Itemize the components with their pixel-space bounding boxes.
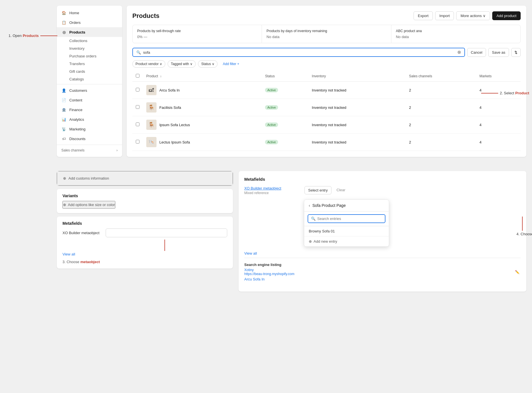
- markets-cell: 4: [476, 99, 521, 116]
- xo-builder-input[interactable]: [106, 228, 227, 237]
- sales-channels-cell: 2: [406, 116, 476, 134]
- sidebar-sub-item-inventory[interactable]: Inventory: [57, 45, 122, 52]
- variants-card: Variants ⊕ Add options like size or colo…: [57, 189, 233, 213]
- popup-search-input[interactable]: [317, 217, 382, 221]
- product-cell: 🛋 Arcu Sofa In: [146, 85, 258, 95]
- inventory-cell: Inventory not tracked: [308, 134, 406, 151]
- table-row: 🪑 Facilisis Sofa Active Inventory not tr…: [132, 99, 521, 116]
- xo-builder-link[interactable]: XO Builder metaobject: [244, 186, 301, 190]
- right-panel: Metafields XO Builder metaobject Mixed r…: [239, 171, 526, 292]
- product-name[interactable]: Ipsum Sofa Lectus: [159, 123, 190, 127]
- popup-box: ‹ Sofa Product Page 🔍 Browny Sofa 01 ⊕ A…: [304, 199, 389, 247]
- markets-cell: 4: [476, 134, 521, 151]
- stat-value-1: No data: [266, 35, 386, 39]
- product-thumb: 🪑: [146, 102, 157, 113]
- search-input-wrapper: 🔍 ⊗: [132, 48, 465, 57]
- product-thumb: 🐚: [146, 137, 157, 147]
- xo-builder-label: XO Builder metaobject: [62, 231, 102, 235]
- markets-cell: 4: [476, 116, 521, 134]
- variants-section: Variants ⊕ Add options like size or colo…: [57, 189, 233, 213]
- search-input[interactable]: [143, 50, 455, 55]
- sidebar-item-orders[interactable]: 📋 Orders: [57, 18, 122, 27]
- popup-search: 🔍: [304, 211, 389, 226]
- cancel-button[interactable]: Cancel: [467, 48, 486, 57]
- vertical-line-indicator: [164, 240, 165, 251]
- content-icon: 📄: [61, 97, 66, 103]
- stat-title-1: Products by days of inventory remaining: [266, 29, 386, 33]
- import-button[interactable]: Import: [435, 11, 454, 20]
- edit-icon[interactable]: ✏️: [514, 269, 521, 275]
- col-markets: Markets: [476, 71, 521, 82]
- step1-label: 1. Open Products: [9, 34, 39, 38]
- filter-status[interactable]: Status ∨: [198, 60, 218, 68]
- main-content: Products Export Import More actions ∨ Ad…: [127, 6, 526, 157]
- product-name[interactable]: Arcu Sofa In: [159, 88, 180, 92]
- sidebar-item-customers[interactable]: 👤 Customers: [57, 86, 122, 95]
- metafields-card-left: Metafields XO Builder metaobject View al…: [57, 217, 233, 269]
- product-thumb: 🛋: [146, 85, 157, 95]
- product-name[interactable]: Lectus Ipsum Sofa: [159, 140, 190, 144]
- variants-title: Variants: [62, 194, 227, 198]
- export-button[interactable]: Export: [414, 11, 433, 20]
- table-row: 🐚 Lectus Ipsum Sofa Active Inventory not…: [132, 134, 521, 151]
- sidebar-sub-item-catalogs[interactable]: Catalogs: [57, 75, 122, 83]
- view-all-link-right[interactable]: View all: [244, 251, 257, 255]
- chevron-down-icon: ∨: [483, 14, 486, 18]
- row-checkbox-2[interactable]: [136, 122, 139, 126]
- sidebar-item-products[interactable]: ◎ Products: [57, 27, 122, 37]
- metafield-entry-row: XO Builder metaobject Mixed reference Se…: [244, 186, 521, 195]
- stat-value-2: No data: [396, 35, 516, 39]
- status-badge: Active: [265, 122, 278, 127]
- popup-item-browny-sofa[interactable]: Browny Sofa 01: [304, 226, 389, 236]
- mixed-reference-label: Mixed reference: [244, 191, 301, 195]
- stats-row: Products by sell-through rate 0% — Produ…: [132, 25, 521, 43]
- row-checkbox-0[interactable]: [136, 88, 139, 92]
- more-actions-button[interactable]: More actions ∨: [456, 11, 490, 20]
- select-entry-button[interactable]: Select entry: [304, 186, 331, 194]
- search-engine-product[interactable]: Arcu Sofa In: [244, 277, 521, 281]
- metafields-title-left: Metafields: [62, 221, 227, 226]
- step1-arrow-line: [40, 36, 57, 36]
- search-clear-icon[interactable]: ⊗: [457, 50, 461, 55]
- sidebar-item-home[interactable]: 🏠 Home: [57, 8, 122, 18]
- status-badge: Active: [265, 105, 278, 110]
- row-checkbox-1[interactable]: [136, 105, 139, 109]
- filter-bar: Product vendor ∨ Tagged with ∨ Status ∨ …: [132, 60, 521, 68]
- popup-add-new-button[interactable]: ⊕ Add new entry: [304, 236, 389, 246]
- popup-back-button[interactable]: ‹: [309, 203, 310, 208]
- entry-dropdown: ‹ Sofa Product Page 🔍 Browny Sofa 01 ⊕ A…: [304, 199, 521, 247]
- select-all-checkbox[interactable]: [136, 74, 139, 78]
- sidebar-item-label: Home: [69, 11, 79, 15]
- product-name[interactable]: Facilisis Sofa: [159, 105, 181, 110]
- sidebar-sub-item-collections[interactable]: Collections: [57, 37, 122, 45]
- sidebar-item-marketing[interactable]: 📡 Marketing: [57, 124, 122, 134]
- add-customs-button[interactable]: ⊕ Add customs information: [57, 171, 233, 186]
- status-badge: Active: [265, 140, 278, 144]
- add-options-button[interactable]: ⊕ Add options like size or color: [62, 201, 115, 209]
- add-filter-button[interactable]: Add filter +: [220, 61, 242, 67]
- add-product-button[interactable]: Add product: [492, 11, 521, 20]
- save-as-button[interactable]: Save as: [488, 48, 509, 57]
- sort-button[interactable]: ⇅: [511, 48, 521, 57]
- view-all-link[interactable]: View all: [62, 252, 75, 256]
- sidebar-sub-item-purchase-orders[interactable]: Purchase orders: [57, 52, 122, 60]
- chevron-down-icon: ∨: [190, 62, 193, 66]
- sidebar-item-analytics[interactable]: 📊 Analytics: [57, 115, 122, 124]
- product-cell: 🐚 Lectus Ipsum Sofa: [146, 137, 258, 147]
- stat-card-1: Products by days of inventory remaining …: [262, 25, 391, 43]
- sidebar-item-content[interactable]: 📄 Content: [57, 95, 122, 105]
- clear-button[interactable]: Clear: [335, 186, 347, 194]
- sidebar-item-discounts[interactable]: 🏷 Discounts: [57, 134, 122, 144]
- metafields-title-right: Metafields: [244, 177, 521, 182]
- metafields-panel-right: Metafields XO Builder metaobject Mixed r…: [239, 171, 526, 292]
- filter-tagged-with[interactable]: Tagged with ∨: [168, 60, 196, 68]
- filter-product-vendor[interactable]: Product vendor ∨: [132, 60, 165, 68]
- row-checkbox-3[interactable]: [136, 140, 139, 144]
- sidebar-sub-item-transfers[interactable]: Transfers: [57, 60, 122, 68]
- sidebar-sales-channels[interactable]: Sales channels ›: [57, 146, 122, 155]
- step2-annotation: 2. Select Product: [481, 91, 529, 95]
- sidebar: 🏠 Home 📋 Orders ◎ Products Collections I…: [57, 6, 122, 157]
- sidebar-sub-item-gift-cards[interactable]: Gift cards: [57, 68, 122, 75]
- product-thumb: 🪑: [146, 120, 157, 130]
- sidebar-item-finance[interactable]: 🏦 Finance: [57, 105, 122, 115]
